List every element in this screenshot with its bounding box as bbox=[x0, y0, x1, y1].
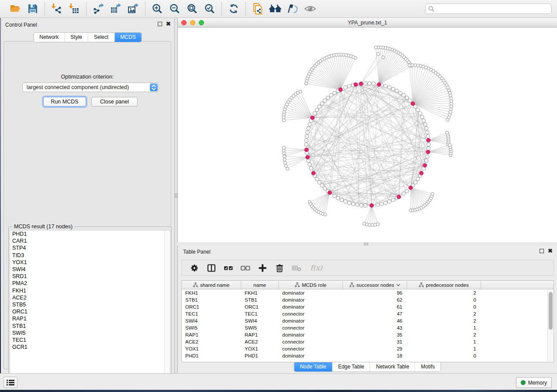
network-node[interactable] bbox=[283, 155, 286, 158]
network-node[interactable] bbox=[382, 56, 385, 59]
float-panel-icon[interactable] bbox=[540, 249, 544, 253]
select-all-icon[interactable] bbox=[224, 263, 233, 273]
network-node[interactable] bbox=[391, 198, 395, 202]
mcds-result-item[interactable]: GCR1 bbox=[10, 344, 170, 351]
network-node[interactable] bbox=[320, 184, 324, 187]
network-node[interactable] bbox=[336, 196, 340, 200]
dominator-node[interactable] bbox=[409, 186, 413, 190]
table-row[interactable]: ACE2ACE2connector311 bbox=[182, 338, 554, 345]
network-node[interactable] bbox=[363, 204, 367, 207]
network-node[interactable] bbox=[318, 181, 321, 184]
close-panel-button[interactable]: Close panel bbox=[91, 97, 138, 107]
network-node[interactable] bbox=[318, 105, 321, 108]
mcds-list-scrollbar[interactable] bbox=[164, 230, 170, 388]
column-header-successor-nodes[interactable]: successor nodes bbox=[343, 281, 407, 289]
network-node[interactable] bbox=[313, 112, 316, 115]
network-node[interactable] bbox=[387, 86, 391, 89]
network-node[interactable] bbox=[283, 158, 286, 161]
network-node[interactable] bbox=[426, 131, 429, 134]
network-node[interactable] bbox=[340, 198, 343, 202]
network-node[interactable] bbox=[315, 177, 319, 181]
table-row[interactable]: PHD1PHD1dominator180 bbox=[182, 352, 554, 359]
dominator-node[interactable] bbox=[370, 203, 374, 207]
network-node[interactable] bbox=[402, 93, 405, 97]
network-node[interactable] bbox=[384, 84, 387, 88]
network-node[interactable] bbox=[308, 163, 311, 166]
network-node[interactable] bbox=[320, 102, 324, 105]
network-node[interactable] bbox=[304, 82, 308, 85]
mcds-result-item[interactable]: PHD1 bbox=[10, 230, 170, 237]
table-scrollbar-thumb[interactable] bbox=[549, 292, 553, 330]
mcds-result-item[interactable]: ORC1 bbox=[10, 308, 170, 315]
tab-network[interactable]: Network bbox=[34, 33, 65, 42]
network-node[interactable] bbox=[326, 96, 330, 100]
network-node[interactable] bbox=[347, 84, 351, 88]
mcds-result-item[interactable]: ACE2 bbox=[10, 294, 170, 301]
network-node[interactable] bbox=[305, 134, 308, 138]
tab-edge-table[interactable]: Edge Table bbox=[332, 362, 370, 371]
close-panel-icon[interactable]: ✖ bbox=[548, 249, 553, 253]
network-node[interactable] bbox=[387, 200, 391, 203]
network-node[interactable] bbox=[416, 108, 419, 112]
network-node[interactable] bbox=[395, 89, 398, 93]
run-mcds-button[interactable]: Run MCDS bbox=[43, 97, 86, 107]
mcds-result-item[interactable]: TID3 bbox=[10, 252, 170, 259]
network-node[interactable] bbox=[368, 82, 371, 85]
mcds-result-item[interactable]: SWI5 bbox=[10, 330, 170, 337]
network-node[interactable] bbox=[282, 119, 285, 122]
node-table[interactable]: shared namenameMCDS rolesuccessor nodesp… bbox=[181, 280, 554, 362]
tab-network-table[interactable]: Network Table bbox=[370, 362, 415, 371]
panel-menu-button[interactable] bbox=[3, 377, 17, 388]
export-network-icon[interactable] bbox=[92, 2, 105, 15]
zoom-in-icon[interactable] bbox=[151, 2, 164, 15]
dominator-node[interactable] bbox=[304, 148, 308, 152]
mcds-result-item[interactable]: STB1 bbox=[10, 323, 170, 330]
network-node[interactable] bbox=[423, 123, 427, 126]
zoom-selected-icon[interactable] bbox=[203, 2, 216, 15]
network-node[interactable] bbox=[309, 167, 313, 170]
network-node[interactable] bbox=[418, 112, 422, 115]
network-node[interactable] bbox=[377, 52, 380, 55]
network-node[interactable] bbox=[304, 139, 308, 142]
dominator-node[interactable] bbox=[339, 88, 343, 92]
memory-button[interactable]: Memory bbox=[516, 377, 552, 388]
mcds-result-item[interactable]: TEC1 bbox=[10, 337, 170, 344]
column-header-MCDS-role[interactable]: MCDS role bbox=[279, 281, 343, 289]
network-node[interactable] bbox=[284, 164, 287, 167]
dominator-node[interactable] bbox=[397, 195, 401, 199]
dominator-node[interactable] bbox=[419, 171, 423, 175]
network-node[interactable] bbox=[402, 192, 405, 196]
dominator-node[interactable] bbox=[311, 116, 315, 120]
deselect-all-icon[interactable] bbox=[241, 263, 250, 273]
network-node[interactable] bbox=[323, 99, 327, 102]
import-table-icon[interactable] bbox=[68, 2, 81, 15]
tab-node-table[interactable]: Node Table bbox=[294, 362, 332, 371]
zoom-out-icon[interactable] bbox=[168, 2, 181, 15]
dominator-node[interactable] bbox=[306, 155, 310, 159]
mcds-result-item[interactable]: CAR1 bbox=[10, 237, 170, 244]
network-node[interactable] bbox=[333, 194, 336, 198]
column-header-shared-name[interactable]: shared name bbox=[182, 281, 241, 289]
table-row[interactable]: RAP1RAP1dominator352 bbox=[182, 331, 554, 338]
network-node[interactable] bbox=[323, 187, 327, 190]
optimization-criterion-select[interactable]: largest connected component (undirected) bbox=[22, 83, 159, 92]
tab-select[interactable]: Select bbox=[88, 33, 114, 42]
network-node[interactable] bbox=[329, 93, 333, 97]
table-row[interactable]: SWI5SWI5connector431 bbox=[182, 324, 554, 331]
splitter-grip[interactable] bbox=[364, 243, 368, 245]
network-node[interactable] bbox=[284, 161, 287, 164]
dominator-node[interactable] bbox=[411, 102, 415, 106]
network-node[interactable] bbox=[376, 203, 379, 206]
open-file-icon[interactable] bbox=[9, 2, 22, 15]
tab-mcds[interactable]: MCDS bbox=[114, 33, 141, 42]
network-node[interactable] bbox=[376, 223, 379, 226]
dominator-node[interactable] bbox=[328, 191, 332, 195]
table-scrollbar[interactable] bbox=[547, 290, 553, 361]
network-node[interactable] bbox=[426, 134, 430, 138]
network-node[interactable] bbox=[372, 82, 375, 86]
network-node[interactable] bbox=[308, 123, 311, 126]
network-node[interactable] bbox=[425, 159, 428, 162]
network-node[interactable] bbox=[422, 119, 426, 122]
dominator-node[interactable] bbox=[426, 150, 430, 154]
horizontal-splitter[interactable] bbox=[177, 242, 557, 246]
